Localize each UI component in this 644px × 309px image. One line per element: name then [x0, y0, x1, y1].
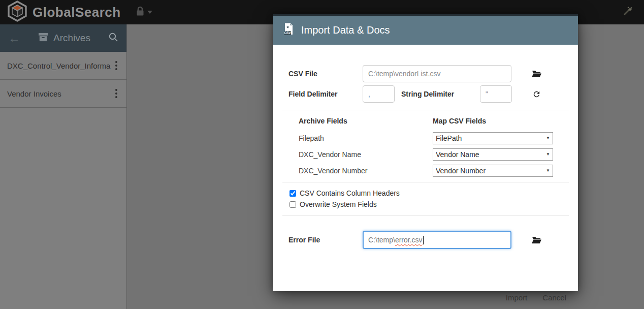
csv-field-select[interactable]: Vendor Number: [433, 165, 553, 177]
browse-error-file-button[interactable]: [532, 236, 541, 244]
archive-item-label: DXC_Control_Vendor_Informa...: [7, 61, 111, 70]
mapping-row: DXC_Vendor Name Vendor Name ▼: [288, 148, 563, 161]
cancel-button[interactable]: Cancel: [542, 293, 566, 302]
archive-item-label: Vendor Invoices: [7, 89, 111, 98]
archive-list-item[interactable]: Vendor Invoices: [0, 80, 126, 108]
archive-field-label: DXC_Vendor Number: [299, 167, 433, 175]
archive-field-label: DXC_Vendor Name: [299, 150, 433, 159]
mapping-row: Filepath FilePath ▼: [288, 132, 563, 144]
csv-file-label: CSV File: [288, 70, 363, 78]
string-delimiter-label: String Delimiter: [401, 90, 480, 98]
dialog-title: Import Data & Docs: [301, 24, 390, 36]
divider: [282, 110, 569, 110]
archive-fields-header: Archive Fields: [299, 117, 433, 125]
archive-list-item[interactable]: DXC_Control_Vendor_Informa...: [0, 52, 126, 80]
error-file-value-prefix: C:\temp\: [368, 236, 395, 244]
archive-field-label: Filepath: [299, 134, 433, 142]
csv-headers-checkbox[interactable]: [289, 190, 296, 197]
brand: GlobalSearch: [7, 1, 121, 24]
csv-field-select[interactable]: FilePath: [433, 132, 553, 144]
kebab-menu-button[interactable]: [111, 86, 121, 101]
lock-icon: [135, 6, 145, 19]
back-arrow-button[interactable]: ←: [8, 32, 23, 44]
string-delimiter-input[interactable]: [480, 85, 512, 103]
checkbox-row: Overwrite System Fields: [289, 200, 563, 209]
sidebar-title-group: Archives: [23, 33, 105, 44]
mapping-row: DXC_Vendor Number Vendor Number ▼: [288, 165, 563, 177]
lock-menu-button[interactable]: [135, 6, 152, 19]
divider: [282, 182, 569, 182]
mapping-rows: Filepath FilePath ▼ DXC_Vendor Name Vend…: [288, 132, 563, 177]
import-button[interactable]: Import: [506, 293, 528, 302]
browse-csv-file-button[interactable]: [532, 70, 541, 78]
caret-down-icon: [147, 11, 152, 14]
error-file-input[interactable]: C:\temp\error.csv: [363, 231, 511, 249]
search-button[interactable]: [105, 32, 118, 44]
dialog-header: CSV Import Data & Docs: [273, 14, 578, 45]
map-csv-fields-header: Map CSV Fields: [433, 117, 486, 125]
csv-field-select[interactable]: Vendor Name: [433, 148, 553, 161]
svg-text:CSV: CSV: [284, 31, 291, 35]
error-file-value-flagged: error.csv: [395, 236, 423, 244]
text-caret: [423, 236, 424, 244]
error-file-row: Error File C:\temp\error.csv: [288, 231, 563, 249]
import-data-docs-dialog: CSV Import Data & Docs CSV File Field De…: [273, 14, 578, 291]
magic-wand-button[interactable]: [623, 6, 633, 18]
overwrite-system-fields-checkbox[interactable]: [289, 201, 296, 208]
divider: [282, 215, 569, 216]
globalsearch-logo-icon: [7, 1, 27, 24]
archive-box-icon: [38, 33, 48, 44]
field-delimiter-label: Field Delimiter: [288, 90, 363, 98]
field-delimiter-input[interactable]: [363, 85, 395, 103]
mapping-column-headers: Archive Fields Map CSV Fields: [288, 117, 563, 125]
checkbox-label: Overwrite System Fields: [300, 200, 377, 208]
csv-file-input[interactable]: [363, 65, 511, 82]
options-section: CSV Contains Column Headers Overwrite Sy…: [288, 189, 563, 209]
checkbox-label: CSV Contains Column Headers: [300, 189, 400, 197]
sidebar-header: ← Archives: [0, 24, 126, 52]
dialog-body: CSV File Field Delimiter String Delimite…: [273, 65, 578, 309]
dialog-footer: Import Cancel: [506, 293, 566, 302]
csv-file-row: CSV File: [288, 65, 563, 82]
checkbox-row: CSV Contains Column Headers: [289, 189, 563, 198]
sidebar: ← Archives DXC_Control_Vendor_Informa...…: [0, 24, 127, 309]
error-file-label: Error File: [288, 236, 363, 244]
delimiters-row: Field Delimiter String Delimiter: [288, 85, 563, 103]
kebab-menu-button[interactable]: [111, 58, 121, 73]
brand-name: GlobalSearch: [33, 5, 121, 20]
csv-file-icon: CSV: [282, 22, 295, 39]
refresh-delimiters-button[interactable]: [532, 90, 541, 99]
sidebar-title: Archives: [53, 33, 90, 44]
